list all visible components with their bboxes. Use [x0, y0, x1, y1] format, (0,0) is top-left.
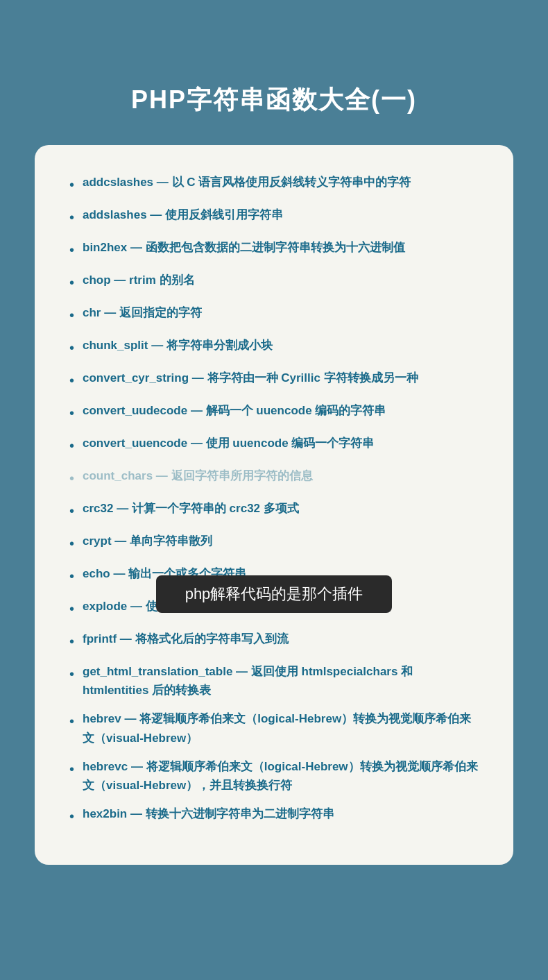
func-name: chr — 返回指定的字符: [83, 303, 202, 322]
list-item: chr — 返回指定的字符: [69, 303, 479, 326]
content-card: addcslashes — 以 C 语言风格使用反斜线转义字符串中的字符adds…: [35, 145, 513, 865]
func-name: addslashes — 使用反斜线引用字符串: [83, 205, 283, 224]
list-item: addslashes — 使用反斜线引用字符串: [69, 205, 479, 228]
list-item: convert_uuencode — 使用 uuencode 编码一个字符串: [69, 434, 479, 457]
func-name: hebrev — 将逻辑顺序希伯来文（logical-Hebrew）转换为视觉顺…: [83, 709, 479, 747]
func-name: crc32 — 计算一个字符串的 crc32 多项式: [83, 499, 299, 518]
list-item: convert_cyr_string — 将字符由一种 Cyrillic 字符转…: [69, 369, 479, 391]
func-name: chop — rtrim 的别名: [83, 271, 195, 289]
list-item: chop — rtrim 的别名: [69, 271, 479, 294]
list-item: hebrevc — 将逻辑顺序希伯来文（logical-Hebrew）转换为视觉…: [69, 757, 479, 795]
func-name: convert_uudecode — 解码一个 uuencode 编码的字符串: [83, 401, 386, 420]
func-name: hex2bin — 转换十六进制字符串为二进制字符串: [83, 804, 334, 823]
list-item: hebrev — 将逻辑顺序希伯来文（logical-Hebrew）转换为视觉顺…: [69, 709, 479, 747]
func-name: count_chars — 返回字符串所用字符的信息: [83, 466, 313, 485]
list-item: hex2bin — 转换十六进制字符串为二进制字符串: [69, 804, 479, 827]
function-list: addcslashes — 以 C 语言风格使用反斜线转义字符串中的字符adds…: [69, 173, 479, 827]
page-title: PHP字符串函数大全(一): [131, 83, 417, 117]
func-name: get_html_translation_table — 返回使用 htmlsp…: [83, 662, 479, 700]
list-item: fprintf — 将格式化后的字符串写入到流: [69, 630, 479, 652]
func-name: convert_cyr_string — 将字符由一种 Cyrillic 字符转…: [83, 369, 418, 387]
list-item: crypt — 单向字符串散列: [69, 532, 479, 555]
list-item: bin2hex — 函数把包含数据的二进制字符串转换为十六进制值: [69, 238, 479, 261]
func-name: addcslashes — 以 C 语言风格使用反斜线转义字符串中的字符: [83, 173, 411, 192]
tooltip-overlay: php解释代码的是那个插件: [156, 575, 392, 613]
list-item: count_chars — 返回字符串所用字符的信息: [69, 466, 479, 489]
list-item: addcslashes — 以 C 语言风格使用反斜线转义字符串中的字符: [69, 173, 479, 196]
list-item: get_html_translation_table — 返回使用 htmlsp…: [69, 662, 479, 700]
list-item: crc32 — 计算一个字符串的 crc32 多项式: [69, 499, 479, 522]
func-name: hebrevc — 将逻辑顺序希伯来文（logical-Hebrew）转换为视觉…: [83, 757, 479, 795]
func-name: convert_uuencode — 使用 uuencode 编码一个字符串: [83, 434, 374, 453]
func-name: fprintf — 将格式化后的字符串写入到流: [83, 630, 289, 648]
func-name: bin2hex — 函数把包含数据的二进制字符串转换为十六进制值: [83, 238, 405, 257]
func-name: chunk_split — 将字符串分割成小块: [83, 336, 273, 355]
list-item: chunk_split — 将字符串分割成小块: [69, 336, 479, 359]
list-item: convert_uudecode — 解码一个 uuencode 编码的字符串: [69, 401, 479, 424]
func-name: crypt — 单向字符串散列: [83, 532, 212, 550]
